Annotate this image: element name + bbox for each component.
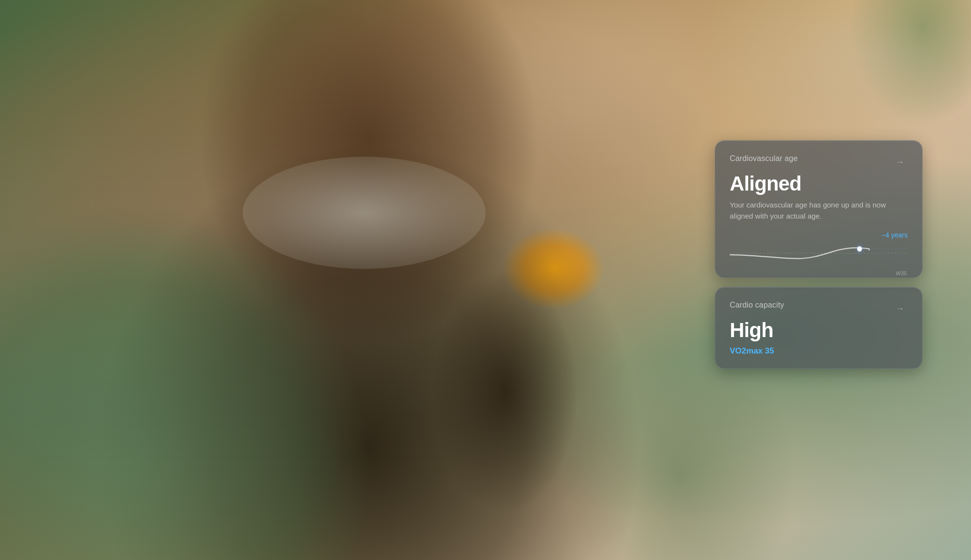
cardiovascular-description: Your cardiovascular age has gone up and …: [730, 200, 908, 221]
cardio-capacity-subtitle: VO2max 35: [730, 346, 908, 356]
chart-delta-label: −4 years: [882, 231, 908, 239]
shirt-overlay: [0, 0, 534, 560]
cardiovascular-title: Aligned: [730, 173, 908, 195]
x-label-6: ·: [868, 270, 869, 276]
cardiovascular-chart: −4 years · · · · · · W35: [730, 231, 908, 265]
cardiovascular-label: Cardiovascular age: [730, 154, 798, 163]
chart-x-labels: · · · · · · W35: [730, 270, 908, 276]
chart-svg: [730, 240, 908, 266]
x-label-w35: W35: [896, 270, 907, 276]
cards-container: Cardiovascular age → Aligned Your cardio…: [715, 140, 923, 369]
cardio-capacity-card[interactable]: Cardio capacity → High VO2max 35: [715, 287, 923, 369]
x-label-5: ·: [841, 270, 842, 276]
x-label-3: ·: [786, 270, 787, 276]
beard-overlay: [243, 157, 486, 269]
x-label-4: ·: [813, 270, 815, 276]
card-header: Cardiovascular age →: [730, 154, 908, 170]
cardio-card-header: Cardio capacity →: [730, 301, 908, 316]
cardiovascular-arrow[interactable]: →: [892, 154, 908, 170]
x-label-2: ·: [758, 270, 760, 276]
x-label-1: ·: [731, 270, 732, 276]
cardiovascular-card[interactable]: Cardiovascular age → Aligned Your cardio…: [715, 140, 923, 278]
cardio-capacity-label: Cardio capacity: [730, 301, 784, 309]
cardio-capacity-arrow[interactable]: →: [892, 301, 908, 316]
cardio-capacity-title: High: [730, 319, 908, 341]
